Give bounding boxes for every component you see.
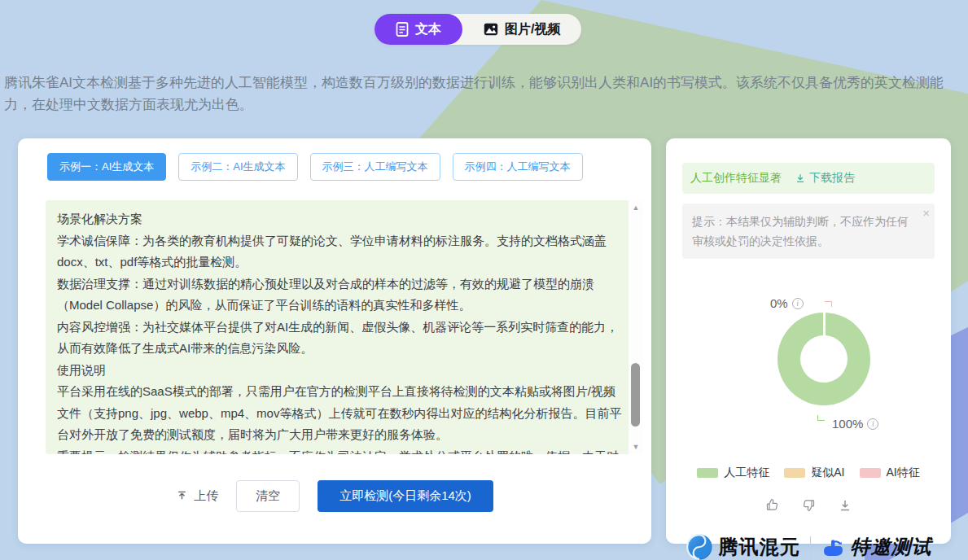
scrollbar-thumb[interactable] <box>631 363 640 427</box>
result-banner: 人工创作特征显著 下载报告 <box>682 163 935 194</box>
tab-image-video-label: 图片/视频 <box>505 21 560 38</box>
ai-percent-value: 0% <box>770 296 788 310</box>
editor-scrollbar[interactable]: ▲ ▼ <box>629 200 643 454</box>
legend-label: AI特征 <box>887 466 920 480</box>
thumbs-up-icon[interactable] <box>765 498 779 512</box>
donut-slice-gap <box>823 313 826 337</box>
product-description: 腾讯朱雀AI文本检测基于多种先进的人工智能模型，构造数百万级别的数据进行训练，能… <box>4 72 965 116</box>
tip-text: 提示：本结果仅为辅助判断，不应作为任何审核或处罚的决定性依据。 <box>692 215 909 247</box>
upload-button[interactable]: 上传 <box>176 488 218 504</box>
detect-button[interactable]: 立即检测(今日剩余14次) <box>318 480 493 512</box>
close-icon[interactable]: × <box>922 207 930 219</box>
document-icon <box>396 22 409 37</box>
thumbs-down-icon[interactable] <box>802 498 816 512</box>
legend-label: 人工特征 <box>724 466 769 480</box>
upload-icon <box>176 490 188 502</box>
verdict-text: 人工创作特征显著 <box>690 171 782 186</box>
human-percent-value: 100% <box>832 417 863 431</box>
info-icon[interactable]: i <box>792 298 804 309</box>
tip-box: 提示：本结果仅为辅助判断，不应作为任何审核或处罚的决定性依据。 × <box>682 203 935 259</box>
result-panel: 人工创作特征显著 下载报告 提示：本结果仅为辅助判断，不应作为任何审核或处罚的决… <box>666 138 951 544</box>
example-tab-1[interactable]: 示例一：AI生成文本 <box>47 153 166 181</box>
legend-swatch-pink <box>860 468 881 478</box>
hand-icon <box>821 536 845 558</box>
download-result-icon[interactable] <box>839 499 852 512</box>
human-percent-label: 100% i <box>832 417 878 431</box>
download-report-label: 下载报告 <box>809 171 855 186</box>
mode-tab-group: 文本 图片/视频 <box>374 14 581 45</box>
ai-percent-callout <box>825 301 832 307</box>
hunyuan-logo <box>685 533 713 560</box>
image-icon <box>484 23 498 36</box>
example-tab-group: 示例一：AI生成文本 示例二：AI生成文本 示例三：人工编写文本 示例四：人工编… <box>47 153 637 181</box>
brand-invite-test: 特邀测试 <box>821 534 932 560</box>
brand-hunyuan: 腾讯混元 <box>685 533 800 560</box>
chart-legend: 人工特征 疑似AI AI特征 <box>682 466 935 480</box>
tab-text-label: 文本 <box>415 21 441 38</box>
download-report-link[interactable]: 下载报告 <box>795 171 855 186</box>
legend-item-ai: AI特征 <box>860 466 920 480</box>
text-input-area[interactable]: 场景化解决方案 学术诚信保障：为各类的教育机构提供了可疑的论文、学位申请材料的标… <box>46 200 643 454</box>
brand-invite-test-name: 特邀测试 <box>851 534 932 560</box>
legend-swatch-green <box>697 468 718 478</box>
text-input-content[interactable]: 场景化解决方案 学术诚信保障：为各类的教育机构提供了可疑的论文、学位申请材料的标… <box>46 200 627 454</box>
tab-image-video[interactable]: 图片/视频 <box>462 14 581 45</box>
tab-text[interactable]: 文本 <box>374 14 462 45</box>
example-tab-3[interactable]: 示例三：人工编写文本 <box>310 153 440 181</box>
clear-button[interactable]: 清空 <box>236 480 300 512</box>
download-icon <box>795 173 806 184</box>
brand-bar: 腾讯混元 特邀测试 <box>682 533 935 560</box>
detection-panel: 示例一：AI生成文本 示例二：AI生成文本 示例三：人工编写文本 示例四：人工编… <box>18 138 651 544</box>
legend-item-suspected-ai: 疑似AI <box>784 466 844 480</box>
human-percent-callout <box>817 415 825 421</box>
info-icon[interactable]: i <box>867 418 878 430</box>
upload-button-label: 上传 <box>194 488 218 504</box>
action-bar: 上传 清空 立即检测(今日剩余14次) <box>33 480 637 512</box>
donut-hole <box>800 335 848 383</box>
example-tab-4[interactable]: 示例四：人工编写文本 <box>453 153 583 181</box>
legend-item-human: 人工特征 <box>697 466 769 480</box>
scroll-down-arrow-icon[interactable]: ▼ <box>629 441 643 453</box>
ai-percent-label: 0% i <box>770 296 804 310</box>
example-tab-2[interactable]: 示例二：AI生成文本 <box>178 153 297 181</box>
legend-label: 疑似AI <box>811 466 844 480</box>
detection-donut-chart: 0% i 100% i <box>682 265 935 461</box>
feedback-bar <box>682 498 935 512</box>
brand-divider <box>810 536 811 558</box>
scroll-up-arrow-icon[interactable]: ▲ <box>629 202 643 213</box>
legend-swatch-orange <box>784 468 805 478</box>
brand-hunyuan-name: 腾讯混元 <box>719 534 800 560</box>
donut-ring <box>777 313 870 405</box>
